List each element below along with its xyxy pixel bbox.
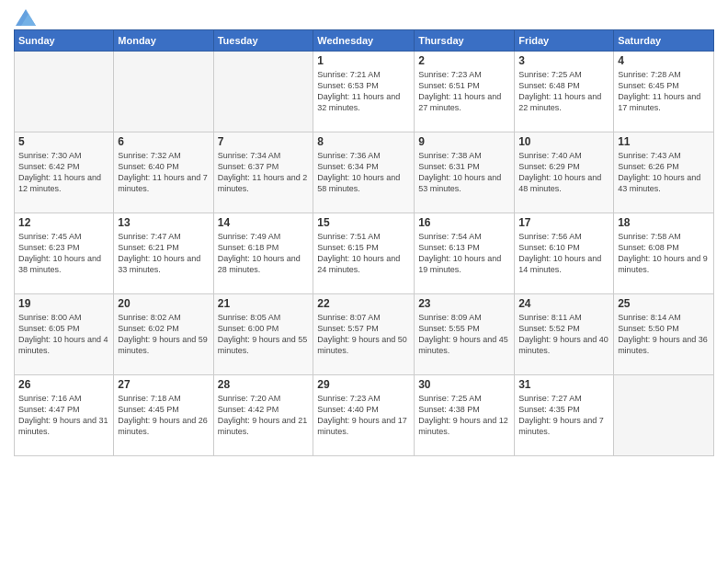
table-row: 1Sunrise: 7:21 AMSunset: 6:53 PMDaylight… xyxy=(313,52,415,132)
calendar-week-0: 1Sunrise: 7:21 AMSunset: 6:53 PMDaylight… xyxy=(15,52,714,132)
table-row xyxy=(213,52,313,132)
day-info: Sunrise: 7:40 AMSunset: 6:29 PMDaylight:… xyxy=(518,150,609,195)
header xyxy=(14,9,714,22)
day-info: Sunrise: 8:05 AMSunset: 6:00 PMDaylight:… xyxy=(218,312,310,357)
table-row: 4Sunrise: 7:28 AMSunset: 6:45 PMDaylight… xyxy=(614,52,714,132)
day-info: Sunrise: 7:18 AMSunset: 4:45 PMDaylight:… xyxy=(118,393,209,438)
table-row: 3Sunrise: 7:25 AMSunset: 6:48 PMDaylight… xyxy=(515,52,614,132)
day-number: 5 xyxy=(18,135,109,148)
day-number: 21 xyxy=(218,297,310,310)
table-row: 21Sunrise: 8:05 AMSunset: 6:00 PMDayligh… xyxy=(213,294,313,375)
page: Sunday Monday Tuesday Wednesday Thursday… xyxy=(0,0,728,563)
day-info: Sunrise: 7:49 AMSunset: 6:18 PMDaylight:… xyxy=(218,231,310,276)
day-number: 24 xyxy=(518,297,609,310)
col-wednesday: Wednesday xyxy=(313,30,415,52)
day-info: Sunrise: 7:28 AMSunset: 6:45 PMDaylight:… xyxy=(618,69,710,114)
day-info: Sunrise: 8:11 AMSunset: 5:52 PMDaylight:… xyxy=(518,312,609,357)
table-row: 11Sunrise: 7:43 AMSunset: 6:26 PMDayligh… xyxy=(614,132,714,213)
calendar-week-3: 19Sunrise: 8:00 AMSunset: 6:05 PMDayligh… xyxy=(15,294,714,375)
day-number: 10 xyxy=(518,135,609,148)
calendar-week-4: 26Sunrise: 7:16 AMSunset: 4:47 PMDayligh… xyxy=(15,375,714,456)
col-friday: Friday xyxy=(515,30,614,52)
table-row: 25Sunrise: 8:14 AMSunset: 5:50 PMDayligh… xyxy=(614,294,714,375)
day-number: 20 xyxy=(118,297,209,310)
day-number: 13 xyxy=(118,216,209,229)
day-number: 8 xyxy=(317,135,410,148)
table-row: 30Sunrise: 7:25 AMSunset: 4:38 PMDayligh… xyxy=(415,375,515,456)
day-info: Sunrise: 7:30 AMSunset: 6:42 PMDaylight:… xyxy=(18,150,109,195)
day-number: 3 xyxy=(518,54,609,67)
day-info: Sunrise: 7:21 AMSunset: 6:53 PMDaylight:… xyxy=(317,69,410,114)
table-row: 6Sunrise: 7:32 AMSunset: 6:40 PMDaylight… xyxy=(114,132,213,213)
day-number: 14 xyxy=(218,216,310,229)
day-info: Sunrise: 7:47 AMSunset: 6:21 PMDaylight:… xyxy=(118,231,209,276)
table-row: 5Sunrise: 7:30 AMSunset: 6:42 PMDaylight… xyxy=(15,132,114,213)
day-info: Sunrise: 8:07 AMSunset: 5:57 PMDaylight:… xyxy=(317,312,410,357)
day-number: 4 xyxy=(618,54,710,67)
day-info: Sunrise: 7:23 AMSunset: 4:40 PMDaylight:… xyxy=(317,393,410,438)
calendar: Sunday Monday Tuesday Wednesday Thursday… xyxy=(14,29,714,456)
table-row: 19Sunrise: 8:00 AMSunset: 6:05 PMDayligh… xyxy=(15,294,114,375)
col-sunday: Sunday xyxy=(15,30,114,52)
day-info: Sunrise: 7:58 AMSunset: 6:08 PMDaylight:… xyxy=(618,231,710,276)
day-number: 1 xyxy=(317,54,410,67)
day-info: Sunrise: 7:25 AMSunset: 4:38 PMDaylight:… xyxy=(418,393,510,438)
table-row: 8Sunrise: 7:36 AMSunset: 6:34 PMDaylight… xyxy=(313,132,415,213)
day-info: Sunrise: 7:27 AMSunset: 4:35 PMDaylight:… xyxy=(518,393,609,438)
day-number: 31 xyxy=(518,378,609,391)
table-row: 23Sunrise: 8:09 AMSunset: 5:55 PMDayligh… xyxy=(415,294,515,375)
day-info: Sunrise: 7:45 AMSunset: 6:23 PMDaylight:… xyxy=(18,231,109,276)
day-info: Sunrise: 8:00 AMSunset: 6:05 PMDaylight:… xyxy=(18,312,109,357)
logo xyxy=(14,9,36,22)
day-number: 7 xyxy=(218,135,310,148)
day-number: 18 xyxy=(618,216,710,229)
day-number: 19 xyxy=(18,297,109,310)
day-number: 16 xyxy=(418,216,510,229)
col-monday: Monday xyxy=(114,30,213,52)
day-number: 23 xyxy=(418,297,510,310)
day-info: Sunrise: 7:51 AMSunset: 6:15 PMDaylight:… xyxy=(317,231,410,276)
table-row: 2Sunrise: 7:23 AMSunset: 6:51 PMDaylight… xyxy=(415,52,515,132)
day-info: Sunrise: 8:14 AMSunset: 5:50 PMDaylight:… xyxy=(618,312,710,357)
day-info: Sunrise: 7:23 AMSunset: 6:51 PMDaylight:… xyxy=(418,69,510,114)
table-row: 14Sunrise: 7:49 AMSunset: 6:18 PMDayligh… xyxy=(213,213,313,294)
day-info: Sunrise: 7:54 AMSunset: 6:13 PMDaylight:… xyxy=(418,231,510,276)
table-row: 9Sunrise: 7:38 AMSunset: 6:31 PMDaylight… xyxy=(415,132,515,213)
table-row: 18Sunrise: 7:58 AMSunset: 6:08 PMDayligh… xyxy=(614,213,714,294)
table-row: 29Sunrise: 7:23 AMSunset: 4:40 PMDayligh… xyxy=(313,375,415,456)
col-tuesday: Tuesday xyxy=(213,30,313,52)
day-info: Sunrise: 7:38 AMSunset: 6:31 PMDaylight:… xyxy=(418,150,510,195)
table-row: 22Sunrise: 8:07 AMSunset: 5:57 PMDayligh… xyxy=(313,294,415,375)
table-row: 13Sunrise: 7:47 AMSunset: 6:21 PMDayligh… xyxy=(114,213,213,294)
table-row: 28Sunrise: 7:20 AMSunset: 4:42 PMDayligh… xyxy=(213,375,313,456)
day-info: Sunrise: 7:36 AMSunset: 6:34 PMDaylight:… xyxy=(317,150,410,195)
day-info: Sunrise: 7:43 AMSunset: 6:26 PMDaylight:… xyxy=(618,150,710,195)
table-row xyxy=(114,52,213,132)
table-row: 26Sunrise: 7:16 AMSunset: 4:47 PMDayligh… xyxy=(15,375,114,456)
table-row xyxy=(15,52,114,132)
day-number: 29 xyxy=(317,378,410,391)
table-row: 7Sunrise: 7:34 AMSunset: 6:37 PMDaylight… xyxy=(213,132,313,213)
table-row xyxy=(614,375,714,456)
table-row: 24Sunrise: 8:11 AMSunset: 5:52 PMDayligh… xyxy=(515,294,614,375)
day-info: Sunrise: 7:16 AMSunset: 4:47 PMDaylight:… xyxy=(18,393,109,438)
table-row: 10Sunrise: 7:40 AMSunset: 6:29 PMDayligh… xyxy=(515,132,614,213)
table-row: 31Sunrise: 7:27 AMSunset: 4:35 PMDayligh… xyxy=(515,375,614,456)
day-number: 6 xyxy=(118,135,209,148)
col-thursday: Thursday xyxy=(415,30,515,52)
day-info: Sunrise: 7:25 AMSunset: 6:48 PMDaylight:… xyxy=(518,69,609,114)
day-number: 12 xyxy=(18,216,109,229)
day-info: Sunrise: 7:34 AMSunset: 6:37 PMDaylight:… xyxy=(218,150,310,195)
calendar-week-1: 5Sunrise: 7:30 AMSunset: 6:42 PMDaylight… xyxy=(15,132,714,213)
table-row: 17Sunrise: 7:56 AMSunset: 6:10 PMDayligh… xyxy=(515,213,614,294)
table-row: 20Sunrise: 8:02 AMSunset: 6:02 PMDayligh… xyxy=(114,294,213,375)
day-number: 17 xyxy=(518,216,609,229)
day-info: Sunrise: 8:02 AMSunset: 6:02 PMDaylight:… xyxy=(118,312,209,357)
table-row: 15Sunrise: 7:51 AMSunset: 6:15 PMDayligh… xyxy=(313,213,415,294)
day-number: 22 xyxy=(317,297,410,310)
day-number: 11 xyxy=(618,135,710,148)
day-number: 30 xyxy=(418,378,510,391)
table-row: 12Sunrise: 7:45 AMSunset: 6:23 PMDayligh… xyxy=(15,213,114,294)
day-number: 28 xyxy=(218,378,310,391)
calendar-header-row: Sunday Monday Tuesday Wednesday Thursday… xyxy=(15,30,714,52)
